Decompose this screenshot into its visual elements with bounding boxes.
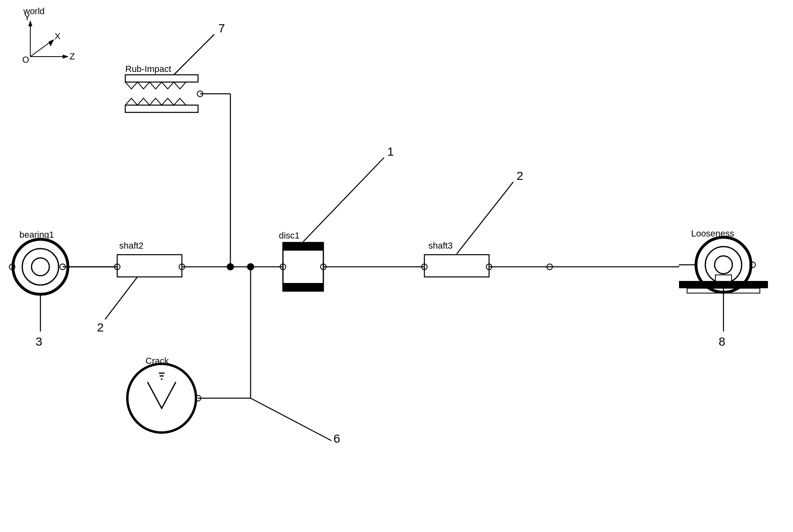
svg-line-55 — [457, 182, 513, 254]
svg-point-16 — [227, 264, 234, 270]
svg-marker-5 — [63, 55, 69, 59]
svg-line-52 — [251, 398, 331, 441]
shaft2-label: shaft2 — [119, 241, 143, 251]
label-3: 3 — [36, 335, 42, 348]
label-2a: 2 — [517, 169, 523, 182]
svg-point-60 — [705, 247, 742, 283]
svg-line-54 — [303, 158, 384, 242]
svg-point-61 — [715, 256, 732, 274]
bearing1-label: bearing1 — [19, 230, 54, 240]
svg-text:O: O — [22, 55, 29, 65]
svg-text:Z: Z — [70, 51, 75, 61]
label-1: 1 — [387, 145, 394, 158]
world-label: world — [23, 6, 45, 16]
svg-point-34 — [32, 258, 49, 276]
svg-rect-12 — [117, 255, 182, 277]
svg-rect-23 — [283, 283, 323, 291]
svg-text:X: X — [55, 31, 61, 41]
svg-point-45 — [127, 364, 196, 433]
label-7: 7 — [218, 21, 225, 35]
svg-rect-39 — [125, 75, 198, 82]
disc1-label: disc1 — [279, 230, 299, 241]
label-2b: 2 — [97, 321, 104, 334]
crack-label: Crack — [146, 356, 169, 366]
svg-line-44 — [174, 34, 214, 75]
svg-line-53 — [105, 277, 137, 319]
svg-rect-27 — [424, 255, 489, 277]
rub-impact-label: Rub-Impact — [125, 64, 171, 74]
svg-rect-22 — [283, 243, 323, 251]
svg-rect-40 — [125, 105, 198, 112]
svg-marker-3 — [49, 39, 54, 46]
looseness-label: Looseness — [691, 228, 734, 239]
label-6: 6 — [333, 432, 340, 445]
label-8: 8 — [719, 335, 726, 348]
svg-point-33 — [22, 249, 59, 285]
shaft3-label: shaft3 — [428, 241, 453, 251]
